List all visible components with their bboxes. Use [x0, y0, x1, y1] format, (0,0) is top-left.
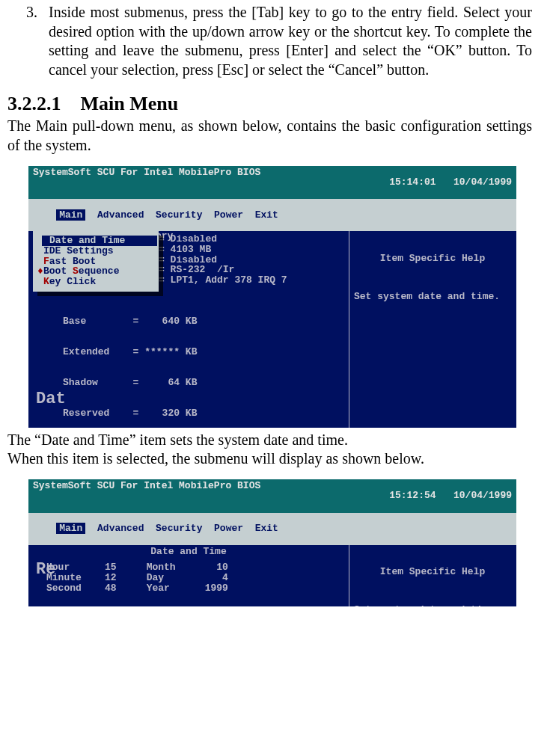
- instruction-number: 3.: [26, 3, 37, 22]
- time-column[interactable]: Hour 15 Minute 12 Second 48: [46, 562, 117, 593]
- bios-body: ory Date and Time IDE Settings Fast Boot…: [28, 231, 516, 427]
- help-text: Set system date and time.: [354, 605, 511, 606]
- bios-title-bar: SystemSoft SCU For Intel MobilePro BIOS …: [28, 166, 516, 200]
- bios-screenshot-main-menu: SystemSoft SCU For Intel MobilePro BIOS …: [28, 166, 516, 428]
- mid-paragraph-2: When this item is selected, the submenu …: [7, 449, 532, 469]
- dropdown-item-fast-boot[interactable]: Fast Boot: [36, 256, 156, 267]
- section-paragraph: The Main pull-down menu, as shown below,…: [7, 117, 532, 155]
- bios-body: Date and Time Hour 15 Minute 12 Second 4…: [28, 545, 516, 606]
- bios-menubar[interactable]: Main Advanced Security Power Exit: [28, 513, 516, 545]
- date-column[interactable]: Month 10 Day 4 Year 1999: [147, 562, 228, 593]
- main-dropdown[interactable]: Date and Time IDE Settings Fast Boot ♦Bo…: [33, 231, 159, 291]
- bios-help-pane: Item Specific Help Set system date and t…: [349, 231, 516, 427]
- memory-block: Base = 640 KB Extended = ****** KB Shado…: [31, 296, 346, 428]
- bios-clock: 15:12:54 10/04/1999: [354, 481, 512, 511]
- mem-row: Extended = ****** KB: [63, 347, 346, 357]
- help-title: Item Specific Help: [354, 567, 511, 577]
- overlay-text-re: Re: [36, 561, 55, 578]
- bios-screenshot-date-time: SystemSoft SCU For Intel MobilePro BIOS …: [28, 479, 516, 606]
- menubar-main[interactable]: Main: [56, 523, 85, 534]
- overlay-text-dat: Dat: [36, 390, 66, 408]
- bios-title-bar: SystemSoft SCU For Intel MobilePro BIOS …: [28, 479, 516, 513]
- mem-row: Reserved = 320 KB: [63, 408, 346, 419]
- help-text: Set system date and time.: [354, 292, 511, 302]
- date-time-fields: Hour 15 Minute 12 Second 48 Month 10 Day…: [31, 562, 346, 593]
- mem-row: Shadow = 64 KB: [63, 378, 346, 388]
- dropdown-item-date-time[interactable]: Date and Time: [36, 236, 156, 246]
- date-time-title: Date and Time: [31, 547, 346, 557]
- menubar-rest[interactable]: Advanced Security Power Exit: [97, 209, 278, 221]
- bios-left-pane: ory Date and Time IDE Settings Fast Boot…: [28, 231, 349, 427]
- date-time-pane: Date and Time Hour 15 Minute 12 Second 4…: [28, 545, 349, 606]
- instruction-item: 3. Inside most submenus, press the [Tab]…: [7, 3, 532, 79]
- dropdown-item-ide[interactable]: IDE Settings: [36, 246, 156, 256]
- dropdown-item-key-click[interactable]: Key Click: [36, 277, 156, 287]
- bios-title: SystemSoft SCU For Intel MobilePro BIOS: [33, 481, 260, 511]
- bios-clock: 15:14:01 10/04/1999: [354, 168, 512, 198]
- bios-help-pane: Item Specific Help Set system date and t…: [349, 545, 516, 606]
- menubar-main[interactable]: Main: [56, 209, 85, 221]
- mid-paragraph-1: The “Date and Time” item sets the system…: [7, 431, 532, 450]
- section-heading: 3.2.2.1 Main Menu: [7, 93, 532, 115]
- bios-menubar[interactable]: Main Advanced Security Power Exit: [28, 199, 516, 231]
- bios-title: SystemSoft SCU For Intel MobilePro BIOS: [33, 168, 260, 198]
- mem-row: Base = 640 KB: [63, 316, 346, 327]
- help-title: Item Specific Help: [354, 253, 511, 264]
- menubar-rest[interactable]: Advanced Security Power Exit: [97, 523, 278, 534]
- dropdown-item-boot-seq[interactable]: ♦Boot Sequence: [36, 266, 156, 277]
- instruction-text: Inside most submenus, press the [Tab] ke…: [49, 4, 532, 78]
